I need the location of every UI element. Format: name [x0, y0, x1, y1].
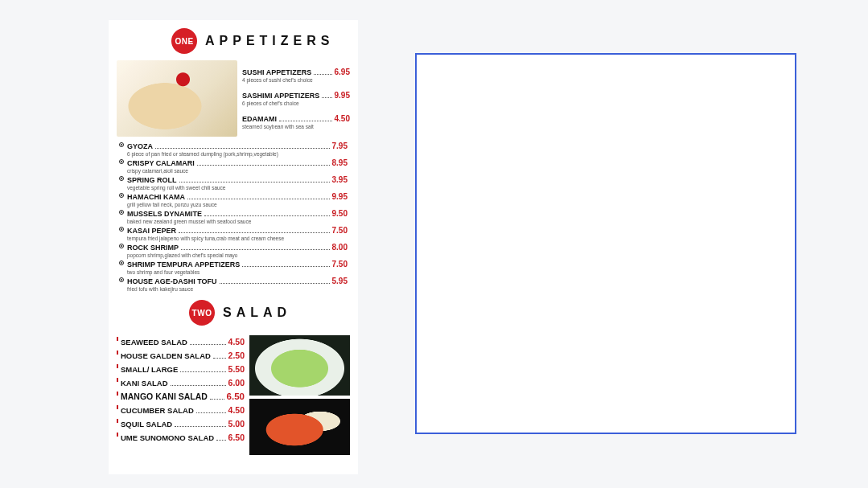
appetizers-title: APPETIZERS [205, 34, 334, 48]
item-desc: popcorn shrimp,glazed with chef's specia… [127, 252, 348, 258]
item-price: 4.50 [228, 337, 245, 347]
item-price: 9.95 [332, 192, 348, 201]
section-two-badge: TWO [189, 300, 215, 326]
menu-item: HOUSE GALDEN SALAD2.50 [117, 351, 245, 360]
menu-item: HOUSE AGE-DASHI TOFU5.95fried tofu with … [119, 277, 348, 292]
item-price: 5.95 [332, 277, 348, 285]
item-desc: vegetable spring roll with sweet chili s… [127, 185, 348, 191]
item-price: 6.50 [228, 433, 245, 442]
item-desc: tempura fried jalapeno with spicy tuna,c… [127, 236, 348, 241]
menu-item: MUSSELS DYNAMITE9.50baked new zealand gr… [119, 209, 348, 224]
item-name: CRISPY CALAMARI [127, 159, 195, 167]
menu-item: SUSHI APPETIZERS 6.95 4 pieces of sushi … [242, 68, 350, 83]
gyoza-photo [117, 60, 237, 137]
shrimp-salad-photo [249, 399, 350, 455]
item-name: SEAWEED SALAD [121, 338, 187, 347]
item-price: 9.95 [335, 91, 350, 100]
item-name: EDAMAMI [242, 115, 277, 123]
salad-title: SALAD [223, 306, 291, 320]
section-one-badge: ONE [171, 28, 197, 54]
item-desc: grill yellow tail neck, ponzu yuzu sauce [127, 202, 348, 207]
item-price: 7.50 [332, 226, 348, 235]
item-name: SQUIL SALAD [121, 420, 172, 429]
green-salad-photo [249, 335, 350, 396]
placeholder-box [415, 53, 796, 434]
item-price: 5.00 [228, 419, 245, 429]
appetizers-featured-block: SUSHI APPETIZERS 6.95 4 pieces of sushi … [109, 60, 358, 140]
item-price: 4.50 [335, 114, 350, 123]
item-name: SASHIMI APPETIZERS [242, 92, 319, 100]
menu-card: ONE APPETIZERS SUSHI APPETIZERS 6.95 4 p… [109, 20, 358, 474]
item-price: 6.50 [227, 392, 245, 401]
item-name: HOUSE AGE-DASHI TOFU [127, 277, 217, 285]
item-desc: fried tofu with kakejiru sauce [127, 286, 348, 292]
menu-item: KASAI PEPER7.50tempura fried jalapeno wi… [119, 226, 348, 241]
menu-item: KANI SALAD6.00 [117, 378, 245, 388]
salad-photos [249, 335, 350, 455]
menu-item: SHRIMP TEMPURA APPETIZERS7.50two shrimp … [119, 260, 348, 275]
item-name: SHRIMP TEMPURA APPETIZERS [127, 260, 240, 269]
item-price: 3.95 [332, 175, 348, 184]
item-price: 6.00 [228, 378, 245, 388]
item-name: CUCUMBER SALAD [121, 406, 194, 415]
item-desc: 6 piece of pan fried or steamed dumpling… [127, 151, 348, 157]
item-name: UME SUNOMONO SALAD [121, 433, 214, 442]
item-name: HOUSE GALDEN SALAD [121, 351, 211, 360]
item-price: 7.95 [332, 141, 348, 150]
menu-item: GYOZA7.956 piece of pan fried or steamed… [119, 141, 348, 157]
menu-item: UME SUNOMONO SALAD6.50 [117, 433, 245, 442]
item-name: SMALL/ LARGE [121, 365, 178, 374]
menu-item: HAMACHI KAMA9.95grill yellow tail neck, … [119, 192, 348, 207]
item-desc: two shrimp and four vegetables [127, 269, 348, 275]
item-price: 6.95 [335, 68, 350, 76]
appetizers-header: ONE APPETIZERS [171, 28, 358, 54]
item-name: MUSSELS DYNAMITE [127, 210, 202, 218]
menu-item: CUCUMBER SALAD4.50 [117, 405, 245, 415]
item-name: KANI SALAD [121, 379, 168, 388]
item-price: 2.50 [228, 351, 245, 360]
menu-item: MANGO KANI SALAD6.50 [117, 392, 245, 401]
menu-item: SMALL/ LARGE5.50 [117, 364, 245, 374]
appetizers-list: GYOZA7.956 piece of pan fried or steamed… [109, 141, 358, 292]
item-name: SUSHI APPETIZERS [242, 68, 311, 76]
item-price: 9.50 [332, 209, 348, 218]
item-price: 7.50 [332, 260, 348, 269]
item-price: 4.50 [228, 405, 245, 415]
item-name: HAMACHI KAMA [127, 193, 185, 201]
item-desc: crispy calamari,aioli sauce [127, 168, 348, 174]
item-name: KASAI PEPER [127, 227, 176, 235]
item-name: MANGO KANI SALAD [121, 392, 208, 401]
item-desc: 6 pieces of chef's choice [242, 100, 350, 106]
item-name: ROCK SHRIMP [127, 244, 179, 252]
item-desc: baked new zealand green mussel with seaf… [127, 219, 348, 224]
menu-item: CRISPY CALAMARI8.95crispy calamari,aioli… [119, 158, 348, 174]
menu-item: SEAWEED SALAD4.50 [117, 337, 245, 347]
item-price: 8.00 [332, 243, 348, 252]
item-name: SPRING ROLL [127, 176, 177, 184]
salad-header: TWO SALAD [189, 300, 358, 326]
menu-item: SQUIL SALAD5.00 [117, 419, 245, 429]
appetizers-featured-list: SUSHI APPETIZERS 6.95 4 pieces of sushi … [242, 60, 350, 137]
item-price: 5.50 [228, 364, 245, 374]
menu-item: EDAMAMI 4.50 steamed soybean with sea sa… [242, 114, 350, 129]
item-desc: steamed soybean with sea salt [242, 124, 350, 129]
item-desc: 4 pieces of sushi chef's choice [242, 77, 350, 83]
menu-item: SASHIMI APPETIZERS 9.95 6 pieces of chef… [242, 91, 350, 106]
item-name: GYOZA [127, 142, 153, 150]
menu-item: ROCK SHRIMP8.00popcorn shrimp,glazed wit… [119, 243, 348, 258]
salad-list: SEAWEED SALAD4.50 HOUSE GALDEN SALAD2.50… [117, 335, 245, 455]
menu-item: SPRING ROLL3.95vegetable spring roll wit… [119, 175, 348, 191]
item-price: 8.95 [332, 158, 348, 167]
salad-block: SEAWEED SALAD4.50 HOUSE GALDEN SALAD2.50… [109, 332, 358, 455]
